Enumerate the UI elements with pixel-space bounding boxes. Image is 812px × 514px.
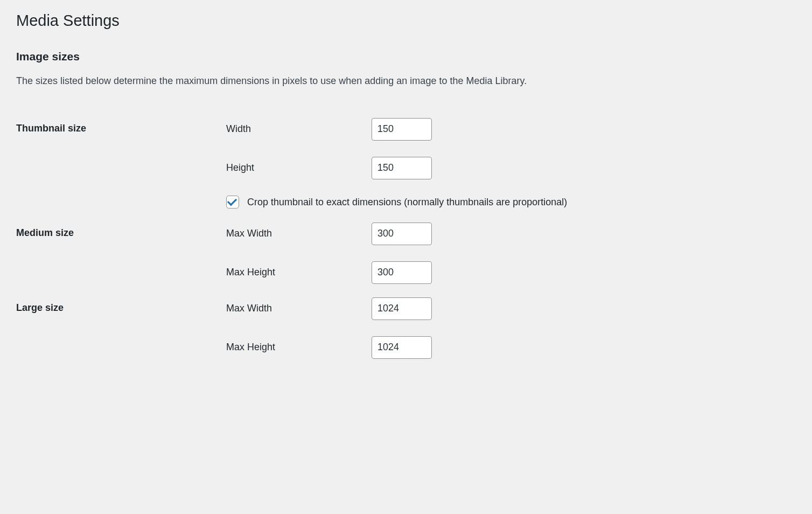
thumbnail-size-label: Thumbnail size <box>16 113 226 217</box>
medium-width-label: Max Width <box>226 228 372 239</box>
large-size-label: Large size <box>16 292 226 367</box>
large-height-label: Max Height <box>226 342 372 353</box>
large-width-label: Max Width <box>226 303 372 314</box>
large-height-input[interactable] <box>372 336 432 359</box>
medium-width-input[interactable] <box>372 223 432 245</box>
medium-height-input[interactable] <box>372 261 432 284</box>
thumbnail-crop-checkbox[interactable] <box>226 196 239 209</box>
medium-height-label: Max Height <box>226 267 372 278</box>
section-heading: Image sizes <box>16 50 796 63</box>
thumbnail-width-input[interactable] <box>372 118 432 141</box>
section-description: The sizes listed below determine the max… <box>16 74 796 88</box>
thumbnail-height-label: Height <box>226 162 372 173</box>
page-title: Media Settings <box>16 11 796 31</box>
thumbnail-crop-label[interactable]: Crop thumbnail to exact dimensions (norm… <box>247 196 567 209</box>
thumbnail-height-input[interactable] <box>372 157 432 179</box>
thumbnail-width-label: Width <box>226 123 372 135</box>
medium-size-label: Medium size <box>16 217 226 292</box>
large-width-input[interactable] <box>372 297 432 320</box>
